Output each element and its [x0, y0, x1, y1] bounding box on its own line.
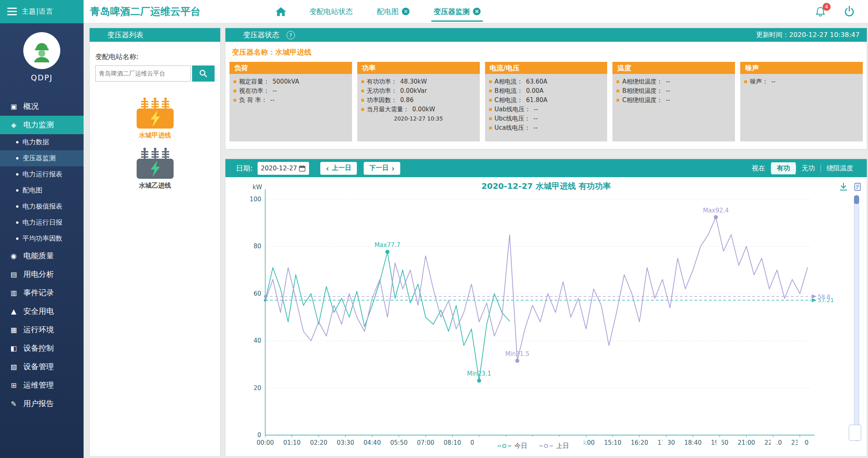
search-input[interactable]	[95, 65, 191, 82]
app-title: 青岛啤酒二厂运维云平台	[90, 5, 201, 18]
bullet-icon	[361, 90, 364, 92]
status-card: 功率有功功率：48.30kW无功功率：0.00kVar功率因数：0.86当月最大…	[357, 62, 480, 141]
card-row: A相电流：63.60A	[489, 77, 604, 86]
help-icon[interactable]: ?	[287, 31, 295, 39]
sidebar-item-label: 设备管理	[23, 362, 54, 372]
home-button[interactable]	[275, 6, 287, 17]
sidebar-item-electricity-analysis[interactable]: ▤用电分析	[0, 265, 84, 284]
tab-distribution-diagram[interactable]: 配电图×	[377, 0, 409, 23]
sidebar-item-label: 设备控制	[23, 343, 54, 354]
chart-actions	[839, 182, 862, 191]
sidebar-item-power-extreme-report[interactable]: 电力极值报表	[0, 198, 84, 215]
x-tick-label: 21:00	[738, 439, 755, 446]
bullet-icon	[233, 99, 236, 102]
status-card: 温度A相绕组温度：--B相绕组温度：--C相绕组温度：--	[612, 62, 735, 141]
bullet-icon	[16, 221, 18, 224]
transformer-item-1[interactable]: 水城甲进线	[90, 97, 220, 140]
sidebar-item-user-report[interactable]: ✎用户报告	[0, 395, 84, 413]
theme-language-link[interactable]: 主题|语言	[22, 7, 53, 16]
notifications-button[interactable]: 4	[814, 6, 827, 18]
sidebar-item-overview[interactable]: ▣概况	[0, 97, 84, 116]
prev-day-button[interactable]: ‹上一日	[320, 162, 357, 175]
sidebar-item-safe-electricity[interactable]: ▲安全用电	[0, 302, 84, 321]
sidebar-item-avg-power-factor[interactable]: 平均功率因数	[0, 231, 84, 247]
avg-line-arrow	[812, 298, 817, 302]
transformer-item-2[interactable]: 水城乙进线	[90, 147, 220, 190]
sidebar-item-power-operation-report[interactable]: 电力运行报表	[0, 166, 84, 182]
transformer-list: 水城甲进线水城乙进线	[90, 97, 220, 190]
sidebar-item-power-monitoring[interactable]: ◈电力监测	[0, 116, 84, 134]
status-panel-header: 变压器状态 ? 更新时间：2020-12-27 10:38:47	[225, 28, 867, 42]
update-time-label: 更新时间：	[756, 31, 789, 39]
sidebar-item-power-quality[interactable]: ◉电能质量	[0, 247, 84, 265]
zoom-slider[interactable]	[854, 195, 859, 441]
safe-electricity-icon: ▲	[9, 307, 18, 315]
hamburger-icon[interactable]	[7, 8, 17, 15]
sidebar-item-event-records[interactable]: ▥事件记录	[0, 284, 84, 302]
data-view-icon[interactable]	[853, 182, 862, 191]
bullet-icon	[16, 205, 18, 208]
close-icon[interactable]: ×	[402, 8, 409, 15]
mode-winding-temperature[interactable]: 绕阻温度	[821, 162, 859, 174]
update-time: 更新时间：2020-12-27 10:38:47	[756, 31, 860, 39]
sidebar-item-power-data[interactable]: 电力数据	[0, 134, 84, 150]
sidebar-item-transformer-monitoring[interactable]: 变压器监测	[0, 150, 84, 166]
sidebar-item-operating-environment[interactable]: ▦运行环境	[0, 321, 84, 339]
status-card-body: 有功功率：48.30kW无功功率：0.00kVar功率因数：0.86当月最大需量…	[357, 74, 480, 125]
sidebar-item-operation-management[interactable]: ⊞运维管理	[0, 376, 84, 395]
sidebar-item-device-control[interactable]: ◧设备控制	[0, 339, 84, 358]
bullet-icon	[16, 157, 18, 159]
sidebar-item-label: 电力监测	[23, 120, 54, 130]
mode-apparent-power[interactable]: 视在	[746, 162, 771, 174]
zoom-slider-box[interactable]	[849, 425, 861, 441]
tab-substation-status[interactable]: 变配电站状态	[309, 0, 353, 23]
card-row: B相电流：0.00A	[489, 86, 604, 96]
status-card-title: 电流/电压	[485, 62, 608, 74]
search-button[interactable]	[192, 65, 215, 82]
status-card-body: 额定容量：5000kVA视在功率：--负 荷 率：--	[229, 74, 352, 108]
mode-active-power[interactable]: 有功	[771, 162, 796, 174]
avatar[interactable]	[23, 32, 60, 69]
avg-line-label: 58.8	[818, 293, 830, 300]
legend-label: 今日	[514, 442, 527, 450]
power-icon[interactable]	[843, 5, 856, 18]
card-row-value: --	[533, 123, 538, 133]
sidebar-item-label: 变压器监测	[23, 154, 56, 163]
sidebar-item-distribution-diagram[interactable]: 配电图	[0, 182, 84, 198]
bullet-icon	[16, 189, 18, 192]
sidebar-item-label: 用电分析	[23, 269, 54, 280]
sidebar-item-label: 电力数据	[23, 138, 49, 147]
zoom-slider-handle[interactable]	[854, 195, 859, 204]
transformer-icon	[134, 97, 176, 130]
close-icon[interactable]: ×	[473, 8, 481, 15]
status-card-body: A相绕组温度：--B相绕组温度：--C相绕组温度：--	[612, 74, 735, 108]
next-day-button[interactable]: 下一日›	[364, 162, 400, 175]
y-tick-label: 80	[254, 243, 261, 250]
annotation-label: Min23.1	[467, 370, 491, 377]
power-line-chart[interactable]: 020406080100kW00:0001:1002:2003:3004:400…	[225, 177, 867, 457]
card-row-label: C相电流：	[495, 96, 523, 105]
y-tick-label: 100	[250, 196, 261, 203]
sidebar-item-power-daily-report[interactable]: 电力运行日报	[0, 215, 84, 231]
device-management-icon: ▧	[9, 363, 18, 371]
x-tick-label: 18:40	[684, 439, 702, 446]
card-row: A相绕组温度：--	[616, 77, 731, 86]
card-row: 有功功率：48.30kW	[361, 77, 476, 86]
chevron-left-icon: ‹	[326, 164, 329, 173]
legend-item-today[interactable]: 今日	[497, 442, 527, 450]
overview-icon: ▣	[9, 102, 18, 110]
tab-transformer-monitoring[interactable]: 变压器监测×	[434, 0, 481, 23]
transformer-list-title: 变压器列表	[90, 28, 220, 42]
sidebar-item-label: 平均功率因数	[23, 234, 62, 243]
download-icon[interactable]	[839, 182, 848, 191]
legend-item-yesterday[interactable]: 上日	[539, 442, 569, 450]
top-header: 主题|语言 青岛啤酒二厂运维云平台 变配电站状态配电图×变压器监测× 4	[0, 0, 868, 23]
operating-environment-icon: ▦	[9, 326, 18, 334]
sidebar-item-device-management[interactable]: ▧设备管理	[0, 358, 84, 376]
date-picker[interactable]: 2020-12-27	[258, 162, 309, 175]
mode-reactive-power[interactable]: 无功	[796, 162, 821, 174]
bullet-icon	[233, 90, 236, 92]
annotation-label: Min31.5	[505, 350, 529, 358]
user-report-icon: ✎	[9, 400, 18, 408]
bullet-icon	[616, 80, 619, 83]
